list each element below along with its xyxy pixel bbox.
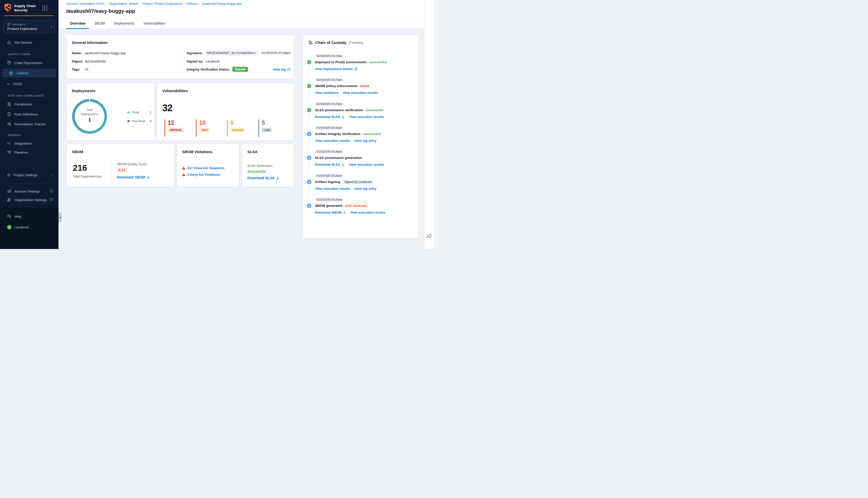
view-deployment-details-link[interactable]: View deployment details [315,67,358,71]
pipeline-icon: ∞ [307,108,311,113]
sidebar-collapse-handle[interactable]: ◀ [59,212,62,222]
sidebar-item-rule-definitions[interactable]: Rule Definitions [0,110,59,118]
view-log-link[interactable]: View log [273,67,290,71]
section-label-risk-compliance: RISK AND COMPLIANCE [8,94,44,97]
divider [4,163,54,163]
severity-medium: 5 MEDIUM [227,119,245,137]
right-rail [424,0,434,249]
page-header: Account: Automation-SSCA› Organization: … [59,0,434,29]
view-violations-link[interactable]: View violations [315,91,339,95]
view-log-entry-link[interactable]: View log entry [354,139,376,143]
cube-icon [7,23,11,26]
sidebar-item-get-started[interactable]: Get Started [0,38,59,47]
view-execution-results-link[interactable]: View execution results [315,187,350,191]
download-slsa-link[interactable]: Download SLSA [315,163,345,167]
sbom-card: SBOM 216 Total Dependencies SBOM Quality… [66,144,174,187]
tab-overview[interactable]: Overview [66,18,89,29]
sidebar-footer: Help L Lavakush [0,208,59,249]
sidebar-item-account-settings[interactable]: Account Settings [0,187,59,196]
signed-by-value: Lavakush [205,60,220,63]
chevron-right-icon: › [51,24,52,29]
download-slsa-link[interactable]: Download SLSA [247,176,279,180]
view-execution-results-link[interactable]: View execution results [343,91,378,95]
event-timestamp: 01/16/2025 03:26pm [315,174,344,178]
card-title: SLSA [247,149,257,154]
breadcrumb-account[interactable]: Account: Automation-SSCA [66,2,105,5]
warning-icon [182,167,185,170]
breadcrumb: Account: Automation-SSCA› Organization: … [66,2,241,5]
tab-sbom[interactable]: SBOM [91,18,108,29]
deny-list-violations-link[interactable]: 2 Deny list Violations [187,173,220,176]
sidebar-item-project-settings[interactable]: ⚙ Project Settings › [0,171,59,179]
download-sbom-link[interactable]: Download SBOM [315,211,346,214]
sidebar-item-cicd[interactable]: ∞ CI/CD [0,80,59,88]
app-title: Supply Chain Security [14,4,36,12]
tags-label: Tags: [72,67,85,71]
download-slsa-link[interactable]: Download SLSA [315,115,345,119]
severity-low: 5 LOW [258,119,272,137]
sidebar-item-pipelines[interactable]: Pipelines [0,148,59,157]
sidebar-item-organization-settings[interactable]: Organization Settings [0,196,59,204]
card-title: Deployments [72,89,95,93]
event-status: failed [360,84,369,88]
event-timestamp: 01/16/2025 03:25pm [315,198,344,201]
card-title: Vulnerabilities [162,89,188,93]
chain-of-custody-count: (7 events) [349,41,363,44]
view-execution-results-link[interactable]: View execution results [349,163,384,167]
sidebar-item-code-repositories[interactable]: Code Repositories [0,58,59,67]
status-badge-passed: Passed [232,67,248,72]
tab-deployments[interactable]: Deployments [111,18,138,29]
feedback-chat-icon[interactable] [426,233,432,240]
tab-bar: Overview SBOM Deployments Vulnerabilitie… [66,18,169,29]
project-label: PROJECT [12,23,26,26]
donut-center-label: Deployments [72,112,107,117]
sbom-quality-score-value: 6.13 [117,167,127,173]
signature-value-chip[interactable]: MEQCICde2VjIT...bL+2+mqnOXw== [205,51,258,55]
sidebar: Supply Chain Security PROJECT Product Ex… [0,0,59,249]
sidebar-item-compliance[interactable]: Compliance [0,100,59,108]
signature-timestamp: 01/16/2025 03:26pm [261,51,290,55]
breadcrumb-artifacts[interactable]: Artifacts [186,2,198,5]
sidebar-item-integrations[interactable]: Integrations [0,139,59,148]
tab-vulnerabilities[interactable]: Vulnerabilities [140,18,169,29]
severity-high: 10 HIGH [196,119,210,137]
card-title: SBOM [72,149,83,154]
external-link-icon [287,68,290,71]
signature-label: Signature: [186,51,203,55]
warning-icon [182,173,185,176]
allow-list-violations-link[interactable]: 637 Allow list Violations [187,166,224,170]
view-log-entry-link[interactable]: View log entry [354,187,376,191]
infinity-icon: ∞ [7,82,10,86]
deployments-card: Deployments Total Deployments 1 Prod 1 P… [66,83,155,141]
vulnerabilities-card: Vulnerabilities 32 12 CRITICAL 10 HIGH 5… [157,83,294,141]
view-execution-results-link[interactable]: View execution results [350,211,385,214]
breadcrumb-artifact-name[interactable]: lavakush07/easy-buggy-app [202,2,241,5]
breadcrumb-organization[interactable]: Organization: default [109,2,138,5]
download-sbom-link[interactable]: Download SBOM [117,175,150,179]
pipeline-icon: ∞ [307,84,311,88]
custody-event: 01/16/2025 03:27pm ∞ SLSA provenance ver… [303,102,419,126]
app-switcher-icon[interactable] [42,5,48,11]
divider [181,49,182,74]
brand-accent-line [4,15,54,16]
custody-event: 01/16/2025 03:26pm Artifact Integrity Ve… [303,126,419,149]
gear-icon: ⚙ [7,173,10,177]
custody-event: 01/16/2025 03:26pm SLSA provenance gener… [303,149,419,173]
breadcrumb-project[interactable]: Project: Product Exploratory [143,2,182,5]
sidebar-item-artifacts[interactable]: Artifacts [2,69,56,77]
sidebar-item-help[interactable]: Help [0,212,59,221]
event-timestamp: 01/16/2025 03:27pm [315,54,344,58]
user-menu[interactable]: L Lavakush [0,223,59,232]
project-selector[interactable]: PROJECT Product Exploratory › [3,20,55,33]
sidebar-item-remediation-tracker[interactable]: Remediation Tracker [0,120,59,128]
artifact-name-value: lavakush07/easy-buggy-app [85,51,126,55]
event-status: successful [363,132,381,136]
view-execution-results-link[interactable]: View execution results [315,139,350,143]
chevron-right-icon: › [52,173,53,177]
section-label-manage: MANAGE [8,133,21,136]
legend-item-pre-prod: Pre Prod 0 [127,119,152,123]
view-execution-results-link[interactable]: View execution results [349,115,384,119]
event-status: drift detected [345,204,367,208]
severity-critical: 12 CRITICAL [165,119,184,137]
event-timestamp: 01/16/2025 03:27pm [315,78,344,82]
